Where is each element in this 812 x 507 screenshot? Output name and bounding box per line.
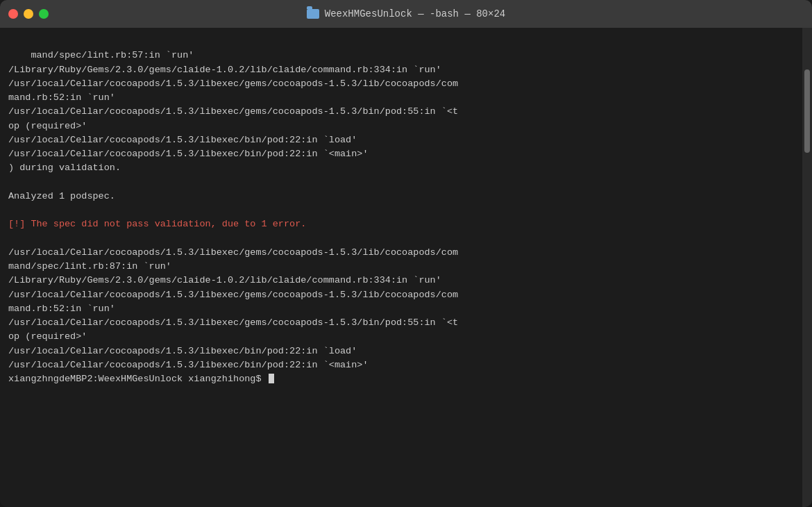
terminal-line: Analyzed 1 podspec.	[8, 191, 115, 201]
terminal-line: /Library/Ruby/Gems/2.3.0/gems/claide-1.0…	[8, 275, 441, 285]
terminal-line: /usr/local/Cellar/cocoapods/1.5.3/libexe…	[8, 346, 357, 356]
terminal-line: /usr/local/Cellar/cocoapods/1.5.3/libexe…	[8, 149, 368, 159]
terminal-line: mand.rb:52:in `run'	[8, 92, 115, 103]
terminal-line: /usr/local/Cellar/cocoapods/1.5.3/libexe…	[8, 135, 357, 145]
terminal-area: mand/spec/lint.rb:57:in `run' /Library/R…	[0, 28, 812, 507]
scrollbar-thumb[interactable]	[804, 69, 810, 153]
terminal-line: mand/spec/lint.rb:87:in `run'	[8, 261, 171, 272]
terminal-line: [!] The spec did not pass validation, du…	[8, 219, 306, 229]
terminal-window: WeexHMGesUnlock — -bash — 80×24 mand/spe…	[0, 0, 812, 507]
window-title: WeexHMGesUnlock — -bash — 80×24	[307, 8, 505, 19]
titlebar: WeexHMGesUnlock — -bash — 80×24	[0, 0, 812, 28]
terminal-line: /usr/local/Cellar/cocoapods/1.5.3/libexe…	[8, 78, 458, 89]
folder-icon	[307, 9, 319, 19]
terminal-content[interactable]: mand/spec/lint.rb:57:in `run' /Library/R…	[0, 28, 802, 507]
terminal-line: xiangzhngdeMBP2:WeexHMGesUnlock xiangzhi…	[8, 374, 267, 384]
scrollbar[interactable]	[802, 28, 812, 507]
terminal-line: /usr/local/Cellar/cocoapods/1.5.3/libexe…	[8, 290, 458, 300]
traffic-lights	[8, 9, 49, 19]
terminal-line: mand/spec/lint.rb:57:in `run'	[31, 50, 194, 60]
terminal-cursor	[269, 374, 274, 383]
terminal-line: ) during validation.	[8, 163, 121, 173]
minimize-button[interactable]	[24, 9, 33, 19]
terminal-line: op (required>'	[8, 121, 87, 131]
maximize-button[interactable]	[39, 9, 49, 19]
terminal-line: /Library/Ruby/Gems/2.3.0/gems/claide-1.0…	[8, 65, 441, 75]
terminal-line: /usr/local/Cellar/cocoapods/1.5.3/libexe…	[8, 106, 458, 117]
terminal-line: /usr/local/Cellar/cocoapods/1.5.3/libexe…	[8, 317, 458, 328]
terminal-line: /usr/local/Cellar/cocoapods/1.5.3/libexe…	[8, 247, 458, 258]
terminal-line: mand.rb:52:in `run'	[8, 304, 115, 314]
close-button[interactable]	[8, 9, 18, 19]
terminal-line: /usr/local/Cellar/cocoapods/1.5.3/libexe…	[8, 360, 368, 370]
terminal-line: op (required>'	[8, 331, 87, 342]
